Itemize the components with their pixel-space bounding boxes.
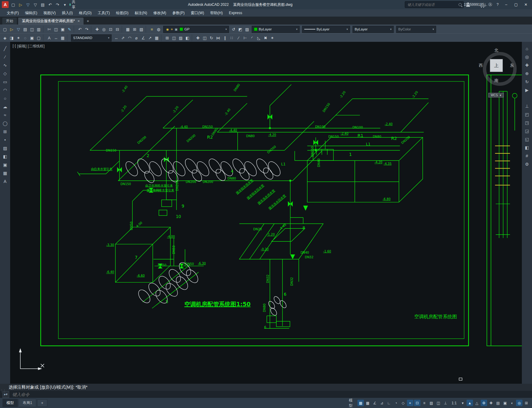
show-motion-icon[interactable]: ▶	[523, 86, 531, 94]
dynamic-ucs-icon[interactable]: ⊥	[442, 400, 449, 406]
publish-icon[interactable]: ▥	[35, 26, 42, 33]
dynamic-input-icon[interactable]: ⊿	[379, 400, 385, 406]
pan-realtime-icon[interactable]: ✚	[94, 26, 100, 33]
arc-tool-icon[interactable]: ◠	[2, 86, 9, 94]
layout1-tab[interactable]: 布局1	[19, 399, 36, 407]
layer-previous-icon[interactable]: ↺	[230, 26, 237, 33]
menu-insert[interactable]: 插入(I)	[59, 9, 76, 17]
menu-edit[interactable]: 编辑(E)	[22, 9, 40, 17]
new-file-icon[interactable]: ▢	[10, 1, 17, 8]
copy-clip-icon[interactable]: ◫	[53, 26, 59, 33]
ellipse-tool-icon[interactable]: ◯	[2, 120, 9, 127]
table-style-tool-icon[interactable]: ▦	[59, 34, 66, 41]
linetype-combo[interactable]: ByLayer ▾	[302, 26, 350, 33]
compass-south-label[interactable]: 南	[495, 78, 499, 83]
xline-tool-icon[interactable]: ∕	[2, 53, 9, 61]
text-style-tool-icon[interactable]: A	[46, 34, 53, 41]
plot-icon[interactable]: ▤	[22, 26, 29, 33]
model-space-tab[interactable]: 模型	[2, 399, 18, 407]
gradient-tool-icon[interactable]: ◧	[2, 153, 9, 160]
pan-tool-icon[interactable]: ✚	[523, 61, 531, 69]
maximize-button[interactable]: ▢	[512, 1, 520, 8]
annotation-monitor-icon[interactable]: ✚	[488, 400, 494, 406]
table-icon[interactable]: ▦	[153, 34, 160, 41]
mleader-icon[interactable]: ↗	[147, 34, 153, 41]
ucs-selector[interactable]: WCS ▾	[488, 93, 504, 97]
revcloud-tool-icon[interactable]: ☁	[2, 103, 9, 110]
tab-start[interactable]: 开始	[2, 17, 17, 25]
menu-draw[interactable]: 绘图(D)	[113, 9, 132, 17]
menu-express[interactable]: Express	[226, 9, 245, 17]
search-icon[interactable]	[459, 3, 462, 6]
share-button[interactable]: 共享	[69, 2, 76, 8]
quick-access-menu-icon[interactable]: ▾	[61, 1, 68, 8]
layer-match-icon[interactable]: ◨	[8, 34, 15, 41]
plotstyle-combo[interactable]: ByColor ▾	[396, 26, 436, 33]
layer-isolate-icon[interactable]: ◍	[155, 26, 162, 33]
trim-icon[interactable]: ∕	[235, 34, 242, 41]
spline-tool-icon[interactable]: ≈	[2, 111, 9, 119]
tab-current-drawing[interactable]: 某商业街综合服务楼空调机房图* ✕	[18, 17, 84, 25]
account-name[interactable]: 1505999135...	[472, 2, 479, 8]
compass-east-label[interactable]: 东	[510, 63, 514, 68]
dim-style-tool-icon[interactable]: ↔	[53, 34, 59, 41]
offset-icon[interactable]: ∥	[222, 34, 228, 41]
undo-icon[interactable]: ↶	[47, 1, 53, 8]
layer-thaw-sun-icon[interactable]: ☀	[170, 27, 174, 32]
properties-palette-icon[interactable]: ▦	[124, 26, 131, 33]
dim-radius-icon[interactable]: ◠	[126, 34, 133, 41]
measure-tool-icon[interactable]: #	[523, 152, 531, 160]
autodesk-app-icon[interactable]: Ⓐ	[487, 2, 493, 8]
menu-dimension[interactable]: 标注(N)	[132, 9, 150, 17]
save-icon[interactable]: ▽	[15, 26, 22, 33]
dim-linear-icon[interactable]: ↔	[113, 34, 120, 41]
layer-unlock-icon[interactable]: ◩	[237, 26, 244, 33]
settings-tool-icon[interactable]: ⚙	[523, 160, 531, 168]
open-file-icon[interactable]: ▷	[17, 1, 24, 8]
extend-icon[interactable]: ⊢	[242, 34, 249, 41]
auto-annotation-scale-icon[interactable]: △	[474, 400, 480, 406]
plot-preview-icon[interactable]: ◫	[29, 26, 35, 33]
zoom-realtime-icon[interactable]: ◎	[100, 26, 107, 33]
view-control-button[interactable]: [俯视]	[17, 44, 27, 49]
rotate-icon[interactable]: ↻	[208, 34, 215, 41]
color-combo[interactable]: ByLayer ▾	[252, 26, 300, 33]
make-object-layer-icon[interactable]: ◈	[2, 34, 8, 41]
polygon-tool-icon[interactable]: ◇	[2, 70, 9, 77]
dim-angular-icon[interactable]: ∠	[140, 34, 147, 41]
visual-style-button[interactable]: [二维线框]	[28, 44, 45, 49]
transparency-icon[interactable]: ▨	[428, 400, 435, 406]
fillet-icon[interactable]: ◜	[249, 34, 255, 41]
chamfer-icon[interactable]: ◺	[255, 34, 262, 41]
undo-icon[interactable]: ↶	[77, 26, 83, 33]
zoom-previous-icon[interactable]: ⊟	[114, 26, 121, 33]
open-icon[interactable]: ▷	[8, 26, 15, 33]
redo-icon[interactable]: ↷	[83, 26, 90, 33]
orbit-icon[interactable]: ↻	[523, 78, 531, 85]
redo-icon[interactable]: ↷	[54, 1, 61, 8]
view-front-icon[interactable]: ◰	[523, 111, 531, 118]
close-button[interactable]: ✕	[522, 1, 530, 8]
erase-icon[interactable]: ✖	[262, 34, 269, 41]
new-tab-button[interactable]: +	[85, 18, 91, 25]
isolate-objects-icon[interactable]: ◐	[509, 400, 515, 406]
selection-cycling-icon[interactable]: ◫	[435, 400, 442, 406]
insert-block-tool-icon[interactable]: ⊞	[2, 128, 9, 135]
compass-west-label[interactable]: 西	[479, 63, 483, 68]
quick-properties-icon[interactable]: ▤	[495, 400, 501, 406]
grid-display-icon[interactable]: ▦	[357, 400, 364, 406]
save-as-icon[interactable]: ▽	[32, 1, 39, 8]
help-button[interactable]: ?	[495, 2, 501, 8]
polar-tracking-icon[interactable]: ◔	[393, 400, 399, 406]
insert-block-icon[interactable]: ⊞	[164, 34, 171, 41]
menu-window[interactable]: 窗口(W)	[188, 9, 207, 17]
menu-tools[interactable]: 工具(T)	[95, 9, 113, 17]
model-paper-toggle[interactable]: 模型	[347, 400, 357, 406]
fullscreen-icon[interactable]: ⌂	[523, 45, 531, 52]
section-tool-icon[interactable]: ◧	[523, 144, 531, 151]
menu-view[interactable]: 视图(V)	[40, 9, 59, 17]
layer-lock-icon[interactable]: ▣	[174, 27, 178, 32]
layer-unlock2-icon[interactable]: ▢	[35, 34, 42, 41]
view-top-icon[interactable]: ◳	[523, 119, 531, 126]
layer-states-icon[interactable]: ▨	[244, 26, 250, 33]
